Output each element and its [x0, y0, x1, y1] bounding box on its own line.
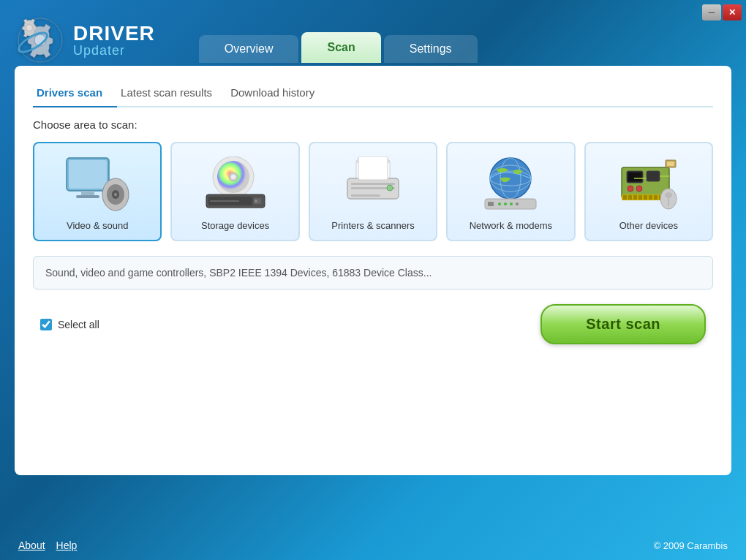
svg-rect-34 — [488, 202, 494, 206]
storage-icon — [199, 154, 272, 213]
svg-point-35 — [498, 203, 501, 205]
other-devices-icon — [612, 154, 685, 213]
logo-updater-text: Updater — [73, 44, 155, 57]
device-card-video-sound[interactable]: Video & sound — [33, 142, 162, 241]
storage-label: Storage devices — [201, 220, 269, 231]
footer-links: About Help — [18, 540, 77, 551]
svg-rect-43 — [633, 195, 637, 200]
footer: About Help © 2009 Carambis — [0, 531, 746, 560]
logo-icon — [15, 15, 66, 66]
about-link[interactable]: About — [18, 540, 45, 551]
device-card-storage[interactable]: Storage devices — [170, 142, 299, 241]
svg-point-37 — [510, 203, 513, 205]
select-all-area: Select all — [40, 319, 99, 330]
video-sound-icon — [61, 154, 134, 213]
nav-tabs: Overview Scan Settings — [199, 18, 478, 63]
choose-area-label: Choose area to scan: — [33, 118, 713, 131]
svg-rect-47 — [654, 195, 658, 200]
svg-rect-51 — [647, 171, 660, 181]
svg-point-38 — [516, 203, 519, 205]
device-card-printers[interactable]: Printers & scanners — [309, 142, 437, 241]
svg-point-53 — [636, 186, 642, 192]
subtab-drivers-scan[interactable]: Drivers scan — [33, 80, 117, 107]
svg-rect-6 — [81, 191, 94, 195]
subtab-latest-scan-results[interactable]: Latest scan results — [117, 80, 227, 106]
other-devices-label: Other devices — [619, 220, 678, 231]
header: DRIVER Updater Overview Scan Settings — [0, 0, 746, 66]
footer-copyright: © 2009 Carambis — [654, 540, 728, 551]
svg-rect-41 — [623, 195, 627, 200]
svg-rect-5 — [69, 160, 107, 189]
svg-point-52 — [628, 186, 633, 192]
device-card-network[interactable]: Network & modems — [446, 142, 575, 241]
tab-overview[interactable]: Overview — [199, 35, 299, 63]
printers-icon — [336, 154, 410, 213]
svg-point-19 — [255, 200, 257, 203]
svg-rect-24 — [351, 183, 395, 185]
svg-point-58 — [665, 192, 672, 198]
svg-point-27 — [387, 185, 393, 191]
svg-point-36 — [504, 203, 507, 205]
subtab-download-history[interactable]: Download history — [227, 80, 329, 106]
tab-settings[interactable]: Settings — [384, 35, 478, 63]
svg-point-2 — [26, 25, 33, 31]
select-all-label: Select all — [58, 319, 99, 330]
svg-point-11 — [114, 192, 117, 196]
close-button[interactable]: ✕ — [723, 4, 742, 20]
select-all-checkbox[interactable] — [40, 319, 52, 330]
logo-text: DRIVER Updater — [73, 23, 155, 57]
bottom-row: Select all Start scan — [33, 304, 713, 344]
network-icon — [474, 154, 547, 213]
svg-rect-60 — [667, 162, 674, 166]
titlebar: ─ ✕ — [702, 0, 746, 20]
svg-rect-7 — [76, 195, 99, 198]
video-sound-label: Video & sound — [67, 220, 128, 231]
svg-rect-42 — [628, 195, 632, 200]
svg-rect-46 — [649, 195, 652, 200]
description-box: Sound, video and game controllers, SBP2 … — [33, 256, 713, 290]
network-label: Network & modems — [470, 220, 552, 231]
sub-tabs: Drivers scan Latest scan results Downloa… — [33, 80, 713, 107]
description-text: Sound, video and game controllers, SBP2 … — [45, 267, 432, 279]
device-card-other[interactable]: Other devices — [584, 142, 713, 241]
svg-rect-50 — [628, 173, 641, 181]
svg-point-15 — [231, 175, 236, 179]
logo-driver-text: DRIVER — [73, 23, 155, 44]
svg-rect-45 — [644, 195, 647, 200]
printers-label: Printers & scanners — [331, 220, 414, 231]
svg-rect-20 — [210, 200, 239, 202]
svg-rect-44 — [638, 195, 642, 200]
svg-rect-28 — [358, 156, 388, 180]
tab-scan[interactable]: Scan — [301, 32, 380, 63]
logo-area: DRIVER Updater — [15, 15, 155, 66]
device-cards: Video & sound — [33, 142, 713, 241]
start-scan-button[interactable]: Start scan — [540, 304, 706, 344]
minimize-button[interactable]: ─ — [702, 4, 721, 20]
help-link[interactable]: Help — [56, 540, 78, 551]
svg-rect-26 — [351, 194, 380, 197]
main-content: Drivers scan Latest scan results Downloa… — [15, 66, 731, 475]
